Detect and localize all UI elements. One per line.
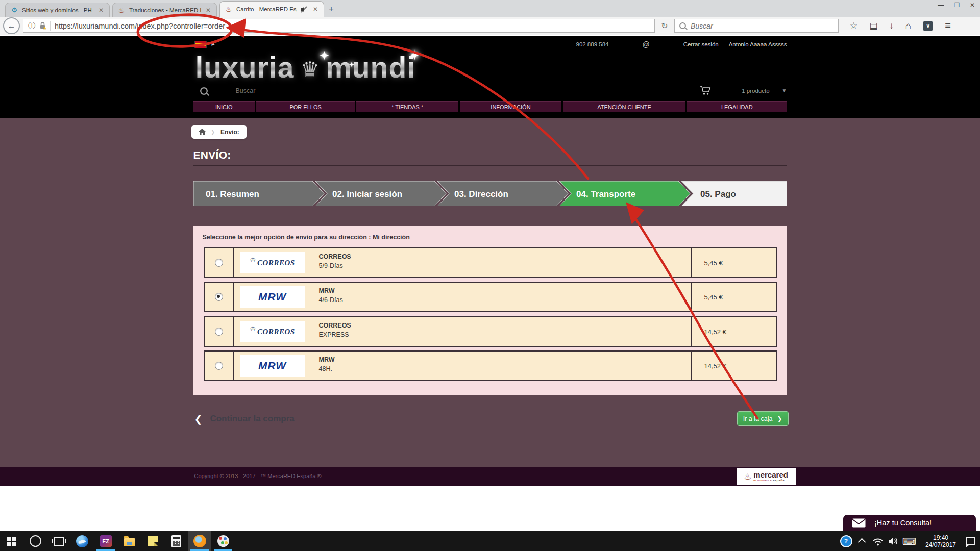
logout-link[interactable]: Cerrar sesión: [683, 41, 719, 47]
clock-time: 19:40: [917, 534, 964, 541]
carrier-name: MRW: [319, 356, 691, 363]
shipping-radio[interactable]: [205, 317, 234, 346]
svg-text:01. Resumen: 01. Resumen: [206, 189, 259, 199]
shipping-option-row[interactable]: ♔CORREOS CORREOS EXPRESS 14,52 €: [204, 316, 777, 347]
chat-widget[interactable]: ¡Haz tu Consulta!: [843, 515, 976, 531]
site-search[interactable]: Buscar: [201, 87, 256, 94]
help-tray-icon[interactable]: ?: [838, 535, 854, 547]
sparkle-icon: ✦: [409, 47, 421, 64]
browser-tab-plesk[interactable]: ⚙ Sitios web y dominios - PH ✕: [5, 3, 110, 17]
shipping-radio[interactable]: [205, 352, 234, 380]
new-tab-button[interactable]: +: [329, 4, 334, 14]
chat-label: ¡Haz tu Consulta!: [874, 519, 932, 527]
show-hidden-icons-chevron[interactable]: [854, 537, 870, 545]
close-tab-icon[interactable]: ✕: [97, 7, 105, 14]
mercared-logo[interactable]: ♨ mercared ecommerce españa: [737, 468, 796, 485]
nav-item-atencion-cliente[interactable]: ATENCIÓN CLIENTE: [563, 101, 685, 112]
home-icon[interactable]: [199, 129, 206, 135]
start-button[interactable]: [0, 531, 23, 551]
shipping-option-row[interactable]: ♔CORREOS CORREOS 5/9-Días 5,45 €: [204, 247, 777, 278]
downloads-icon[interactable]: ↓: [889, 21, 894, 31]
back-button[interactable]: ←: [3, 17, 20, 34]
nav-item-por-ellos[interactable]: POR ELLOS: [256, 101, 355, 112]
bookmarks-sidebar-icon[interactable]: ▤: [869, 20, 877, 31]
shipping-radio[interactable]: [205, 248, 234, 277]
taskbar-clock[interactable]: 19:40 24/07/2017: [917, 534, 964, 548]
site-header: 902 889 584 @ Cerrar sesión Antonio Aaaa…: [0, 36, 980, 118]
sticky-notes-icon[interactable]: [141, 531, 164, 551]
browser-search-input[interactable]: [690, 21, 834, 31]
restore-button[interactable]: ❐: [954, 2, 960, 9]
window-controls: — ❐ ✕: [938, 2, 975, 9]
calculator-icon[interactable]: [164, 531, 188, 551]
shipping-option-row[interactable]: MRW MRW 48H. 14,52 €: [204, 350, 777, 381]
nav-item-legalidad[interactable]: LEGALIDAD: [687, 101, 787, 112]
paint-icon[interactable]: [211, 531, 235, 551]
nav-item-tiendas[interactable]: * TIENDAS *: [356, 101, 458, 112]
firefox-icon[interactable]: [188, 531, 211, 551]
sparkle-icon: ✦: [349, 60, 355, 69]
browser-tab-bar: ⚙ Sitios web y dominios - PH ✕ ♨ Traducc…: [0, 0, 980, 17]
continue-shopping-link[interactable]: ❮ Continuar la compra: [194, 413, 295, 424]
svg-text:04. Transporte: 04. Transporte: [576, 189, 635, 199]
tab-title: Traducciones • MercaRED Es: [129, 7, 201, 13]
shipping-price: 5,45 €: [691, 248, 776, 277]
page-info-icon[interactable]: ⓘ: [28, 21, 35, 31]
filezilla-icon[interactable]: FZ: [94, 531, 117, 551]
copyright-text: Copyright © 2013 - 2017 - ™ MercaRED Esp…: [194, 473, 322, 479]
pocket-icon[interactable]: ∨: [923, 21, 933, 31]
logo-word-2: mundi: [326, 53, 415, 82]
wifi-icon[interactable]: [870, 536, 886, 546]
cortana-button[interactable]: [23, 531, 47, 551]
hamburger-menu-icon[interactable]: ≡: [945, 20, 951, 32]
close-window-button[interactable]: ✕: [970, 2, 975, 9]
svg-text:03. Dirección: 03. Dirección: [454, 189, 508, 199]
cart-area[interactable]: 1 producto ▼: [700, 86, 787, 95]
volume-icon[interactable]: [886, 537, 901, 546]
spain-flag-icon[interactable]: [194, 41, 207, 48]
nav-item-inicio[interactable]: INICIO: [193, 101, 255, 112]
carrier-delay: 4/6-Días: [319, 296, 691, 304]
sparkle-icon: ✦: [319, 48, 330, 63]
task-view-button[interactable]: [47, 531, 70, 551]
browser-search-box[interactable]: [674, 19, 839, 33]
close-tab-icon[interactable]: ✕: [312, 6, 319, 13]
bookmark-star-icon[interactable]: ☆: [850, 20, 857, 31]
reload-icon[interactable]: ↻: [658, 21, 671, 31]
site-logo[interactable]: luxuria ♛ mundi ✦ ✦ ✦: [195, 53, 416, 82]
file-explorer-icon[interactable]: [117, 531, 141, 551]
muted-plugin-icon[interactable]: [300, 5, 308, 13]
site-search-placeholder: Buscar: [236, 87, 256, 94]
language-arrow-icon[interactable]: ▶: [212, 41, 215, 46]
breadcrumb-current: Envío:: [220, 129, 239, 136]
url-bar[interactable]: ⓘ https://luxuriamundi.com/index.php?con…: [23, 19, 655, 33]
chevron-down-icon[interactable]: ▼: [782, 88, 787, 93]
minimize-button[interactable]: —: [938, 2, 944, 9]
toolbar-icons: ☆ ▤ ↓ ⌂ ∨ ≡: [850, 20, 951, 32]
tab-title: Carrito - MercaRED Espa: [236, 6, 297, 12]
close-tab-icon[interactable]: ✕: [205, 7, 212, 14]
breadcrumb-separator-icon: ❯: [211, 130, 215, 135]
cart-icon: [700, 86, 712, 95]
email-at-icon[interactable]: @: [642, 40, 649, 48]
shipping-radio[interactable]: [205, 283, 234, 311]
home-icon[interactable]: ⌂: [905, 20, 911, 32]
browser-tab-traducciones[interactable]: ♨ Traducciones • MercaRED Es ✕: [112, 3, 217, 17]
browser-tab-carrito-active[interactable]: ♨ Carrito - MercaRED Espa ✕: [219, 1, 324, 17]
url-text[interactable]: https://luxuriamundi.com/index.php?contr…: [55, 22, 225, 30]
checkout-button[interactable]: Ir a la caja ❯: [737, 411, 789, 426]
divider: [50, 21, 51, 31]
clock-date: 24/07/2017: [917, 541, 964, 548]
nav-item-informacion[interactable]: INFORMACIÓN: [460, 101, 561, 112]
action-center-icon[interactable]: [964, 537, 980, 545]
thunderbird-icon[interactable]: [70, 531, 94, 551]
lock-warning-icon[interactable]: [39, 22, 46, 30]
user-name-link[interactable]: Antonio Aaaaa Asssss: [729, 41, 787, 47]
touch-keyboard-icon[interactable]: ⌨: [901, 536, 917, 547]
shipping-prompt: Seleccione la mejor opción de envío para…: [203, 234, 410, 241]
shipping-option-row[interactable]: MRW MRW 4/6-Días 5,45 €: [204, 282, 777, 312]
carrier-delay: 48H.: [319, 365, 691, 372]
site-footer: Copyright © 2013 - 2017 - ™ MercaRED Esp…: [0, 467, 980, 486]
title-rule: [193, 165, 787, 166]
logo-word-1: luxuria: [195, 53, 295, 82]
